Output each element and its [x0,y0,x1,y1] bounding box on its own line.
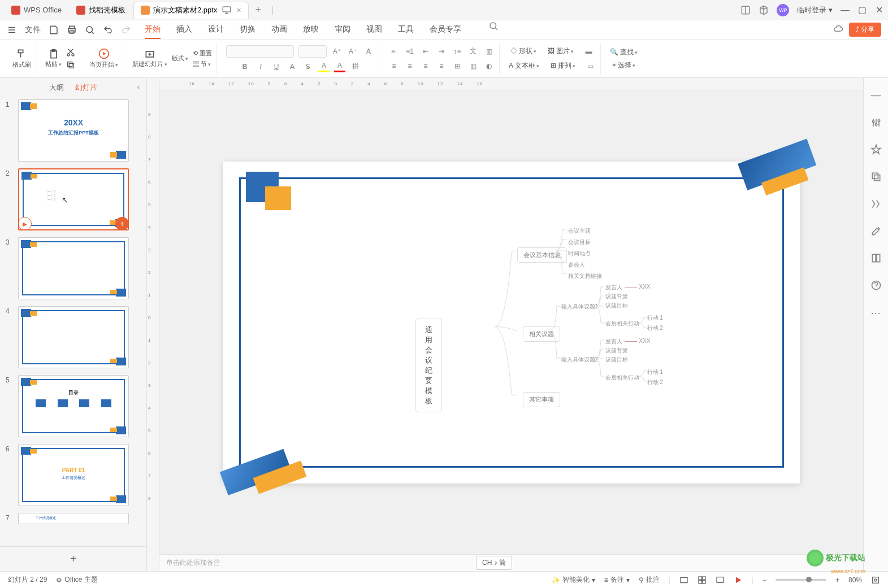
add-tab-button[interactable]: + [250,4,267,16]
minus-icon[interactable]: — [871,89,881,101]
convert-smartart-icon[interactable]: ◐ [483,60,495,72]
minimize-icon[interactable]: — [841,6,850,15]
mm-leaf[interactable]: 行动 2 [647,378,663,386]
zoom-in-button[interactable]: + [835,576,839,584]
slide-thumbnail-4[interactable]: 4 [6,306,141,368]
collapse-panel-icon[interactable]: ‹ [137,82,140,91]
preview-icon[interactable] [85,25,95,35]
presentation-mode-icon[interactable] [222,5,232,15]
mm-leaf[interactable]: 参会人 [568,261,585,269]
slides-list[interactable]: 1 20XX 工作总结汇报PPT模板 2 ⊢⊤⊤⊢⊤⊤⊢⊤⊤ ↖ ▶ + 3 [0,97,146,546]
decrease-font-icon[interactable]: A⁻ [347,46,358,57]
mm-leaf[interactable]: 行动 1 [647,314,663,322]
zoom-level[interactable]: 80% [848,576,862,584]
menu-tab-start[interactable]: 开始 [145,21,161,39]
section-button[interactable]: ▤ 节▾ [193,60,212,68]
mm-leaf[interactable]: 会后相关行动 [605,374,639,382]
template-tab[interactable]: 找稻壳模板 [70,2,132,19]
italic-icon[interactable]: I [255,61,266,72]
theme-button[interactable]: ⚙ Office 主题 [56,575,97,585]
play-slide-icon[interactable]: ▶ [18,217,32,230]
outline-tab[interactable]: 大纲 [49,82,64,93]
notes-placeholder[interactable]: 单击此处添加备注 [166,558,220,568]
columns-icon[interactable]: ▥ [467,60,479,72]
mm-leaf[interactable]: 会议主题 [568,227,591,235]
user-avatar[interactable]: WP [777,4,789,16]
menu-tab-view[interactable]: 视图 [366,21,382,39]
file-menu[interactable]: 文件 [25,25,41,35]
maximize-icon[interactable]: ▢ [857,6,867,15]
mm-leaf[interactable]: 行动 2 [647,324,663,332]
underline-icon[interactable]: U [271,61,282,72]
format-brush-group[interactable]: 格式刷 [8,43,36,75]
slide-canvas[interactable]: 通用会议纪要模板 会议基本信息 相关议题 其它事项 会议主题 会议目标 时间地点… [223,162,800,484]
start-from-group[interactable]: 当页开始▾ [85,43,123,75]
beautify-button[interactable]: ✨ 智能美化 ▾ [552,575,595,585]
mm-node-basic-info[interactable]: 会议基本信息 [517,247,567,263]
ime-icon[interactable]: 拼 [350,61,361,72]
mm-leaf[interactable]: 发言人 [605,284,622,291]
notes-bar[interactable]: 单击此处添加备注 CH ♪ 简 [159,554,863,571]
clear-format-icon[interactable]: Ą [363,46,374,57]
cut-icon[interactable] [66,48,75,57]
indent-decrease-icon[interactable]: ⇤ [420,46,431,57]
close-window-icon[interactable]: ✕ [874,6,883,15]
sorter-view-icon[interactable] [698,576,707,585]
help-icon[interactable] [870,280,882,291]
font-size-selector[interactable] [298,45,327,58]
more-icon[interactable]: ⋯ [870,307,882,319]
settings-icon[interactable] [870,117,882,128]
paste-group[interactable]: 粘贴▾ [41,43,80,75]
font-color-icon[interactable]: A [334,61,345,72]
slides-tab[interactable]: 幻灯片 [75,82,97,93]
copy-icon[interactable] [66,60,75,69]
menu-tab-animation[interactable]: 动画 [271,21,287,39]
search-icon[interactable] [488,21,499,31]
mm-leaf[interactable]: 议题背景 [605,293,628,300]
align-justify-icon[interactable]: ≡ [436,60,447,72]
share-button[interactable]: ⤴ 分享 [849,23,881,37]
zoom-out-button[interactable]: − [763,576,766,584]
mm-leaf[interactable]: 会后相关行动 [605,320,639,328]
align-to-shape-icon[interactable]: ▥ [483,46,495,57]
add-slide-button[interactable]: + [0,546,146,571]
mm-leaf[interactable]: 议题目标 [605,302,628,310]
slide-thumbnail-5[interactable]: 5 目录 [6,375,141,437]
slide-thumbnail-1[interactable]: 1 20XX 工作总结汇报PPT模板 [6,99,141,162]
fit-screen-icon[interactable] [871,576,880,585]
select-button[interactable]: ⌖ 选择▾ [612,60,635,70]
mm-leaf[interactable]: 发言人 [605,338,622,346]
cloud-sync-icon[interactable] [833,25,843,35]
mm-leaf[interactable]: 议题背景 [605,347,628,355]
menu-tab-transition[interactable]: 切换 [240,21,255,39]
slide-thumbnail-2[interactable]: 2 ⊢⊤⊤⊢⊤⊤⊢⊤⊤ ↖ ▶ + [6,168,141,230]
mm-leaf[interactable]: 会议目标 [568,238,591,246]
document-tab[interactable]: 演示文稿素材2.pptx × [133,2,249,19]
find-button[interactable]: 🔍 查找▾ [610,47,638,57]
mm-leaf[interactable]: 相关文档链接 [568,272,602,280]
menu-tab-insert[interactable]: 插入 [176,21,192,39]
arrange-button[interactable]: ⊞ 排列▾ [551,61,575,71]
strikethrough-icon[interactable]: A̶ [287,61,298,72]
mm-leaf[interactable]: 时间地点 [568,250,591,258]
app-tab[interactable]: WPS Office [5,2,68,19]
notes-toggle[interactable]: ≡ 备注 ▾ [604,575,630,585]
menu-tab-vip[interactable]: 会员专享 [430,21,461,39]
mm-leaf[interactable]: 议题目标 [605,356,628,364]
font-family-selector[interactable] [226,45,294,58]
mm-node-other[interactable]: 其它事项 [523,392,560,407]
layout-icon[interactable] [740,5,751,15]
numbering-icon[interactable]: ≡1 [404,46,415,57]
cube-icon[interactable] [759,5,769,15]
menu-tab-tools[interactable]: 工具 [398,21,414,39]
slide-thumbnail-3[interactable]: 3 [6,237,141,299]
distribute-icon[interactable]: ⊞ [452,60,463,72]
ime-indicator[interactable]: CH ♪ 简 [476,556,512,570]
hamburger-icon[interactable] [7,25,17,35]
indent-increase-icon[interactable]: ⇥ [436,46,447,57]
align-center-icon[interactable]: ≡ [404,60,415,72]
mm-leaf[interactable]: XXX [639,284,651,290]
slide-thumbnail-7[interactable]: 7 工作情况概述 [6,513,141,524]
text-direction-icon[interactable]: 文 [467,46,479,57]
increase-font-icon[interactable]: A⁺ [331,46,343,57]
